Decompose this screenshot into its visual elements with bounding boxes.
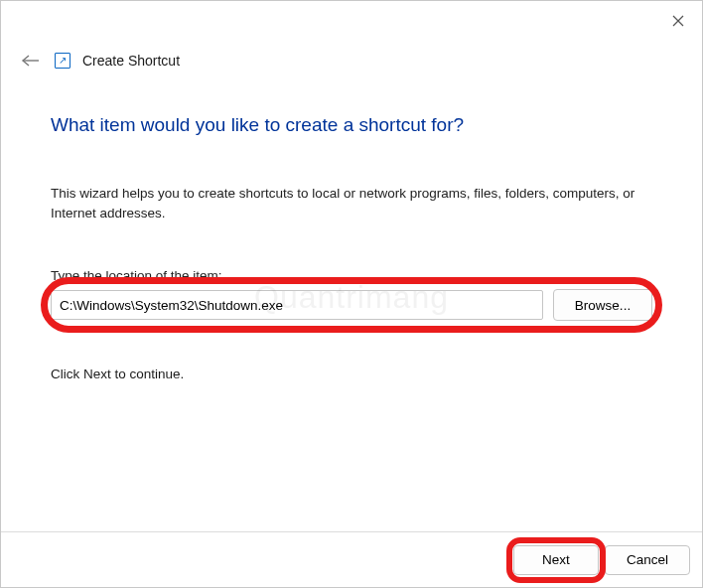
browse-button[interactable]: Browse... [553,289,652,321]
close-icon [672,15,684,27]
location-input[interactable] [51,290,543,320]
dialog-title: Create Shortcut [82,53,180,69]
dialog-footer: Next Cancel [1,531,702,587]
create-shortcut-dialog: Create Shortcut What item would you like… [0,0,703,588]
continue-instruction: Click Next to continue. [51,367,652,381]
location-row: Browse... [51,289,652,321]
back-arrow-icon [21,54,41,68]
shortcut-icon [55,53,70,69]
content-area: What item would you like to create a sho… [1,80,702,381]
titlebar [1,1,702,41]
back-button[interactable] [19,49,43,73]
location-label: Type the location of the item: [51,268,652,283]
page-heading: What item would you like to create a sho… [51,114,652,136]
next-button-wrap: Next [513,545,599,575]
next-button[interactable]: Next [513,545,599,575]
cancel-button[interactable]: Cancel [605,545,690,575]
wizard-description: This wizard helps you to create shortcut… [51,184,652,222]
close-button[interactable] [668,11,688,31]
header-row: Create Shortcut [1,41,702,80]
